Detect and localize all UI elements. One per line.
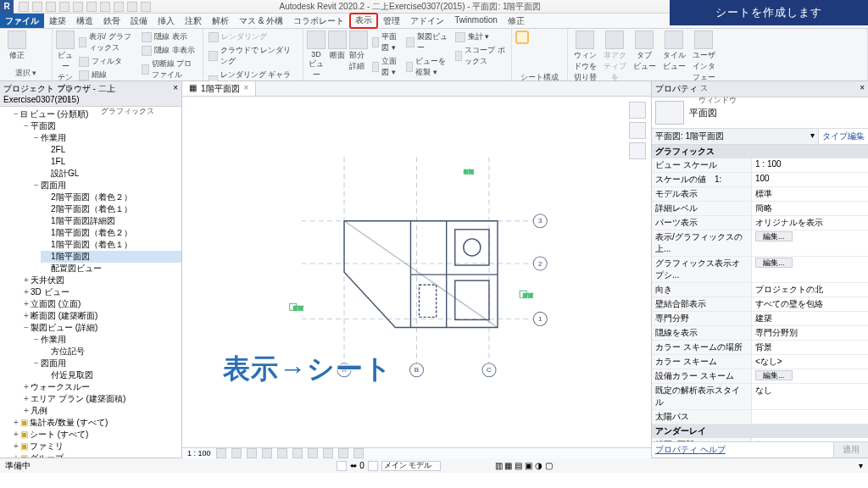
close-tab-icon[interactable]: ×: [244, 83, 249, 94]
thinlines-button[interactable]: 細線: [77, 69, 137, 81]
tab-2[interactable]: 鉄骨: [98, 14, 125, 28]
ribbon: 修正 選択 ▾ ビュー テンプレート 表示/ グラフィックス フィルタ 細線 隠…: [0, 29, 868, 81]
property-help-link[interactable]: プロパティ ヘルプ: [652, 442, 833, 458]
view-template-button[interactable]: ビュー テンプレート: [56, 30, 75, 105]
svg-rect-21: [455, 230, 489, 265]
tab-file[interactable]: ファイル: [0, 14, 44, 28]
tab-6[interactable]: 解析: [207, 14, 234, 28]
cut-profile-button[interactable]: 切断線 プロファイル: [140, 58, 199, 81]
tab-10[interactable]: 管理: [378, 14, 405, 28]
svg-text:1: 1: [538, 315, 542, 323]
tab-7[interactable]: マス & 外構: [234, 14, 288, 28]
instance-selector[interactable]: 平面図: 1階平面図 ▾: [652, 129, 819, 144]
scale-label[interactable]: 1 : 100: [187, 449, 211, 458]
type-name: 平面図: [689, 107, 717, 119]
properties-panel[interactable]: プロパティ× 平面図 平面図: 1階平面図 ▾ タイプ編集 グラフィックスビュー…: [651, 81, 868, 458]
tab-3[interactable]: 設備: [125, 14, 153, 28]
scope-box-button[interactable]: スコープ ボックス: [453, 44, 508, 68]
callout-button[interactable]: 部分詳細: [349, 30, 368, 72]
tile-view-button[interactable]: タイル ビュー: [660, 30, 687, 72]
annotation-overlay: 表示→シート: [223, 351, 392, 388]
cloud-render-button[interactable]: クラウドで レンダリング: [207, 44, 299, 68]
svg-text:3: 3: [538, 217, 542, 225]
view-tab-active[interactable]: ▦ 1階平面図 ×: [182, 81, 256, 96]
tab-12[interactable]: Twinmotion: [449, 14, 503, 28]
svg-point-23: [464, 239, 481, 256]
view-nav[interactable]: [629, 102, 648, 159]
vg-button[interactable]: 表示/ グラフィックス: [77, 30, 137, 54]
filter-button[interactable]: フィルタ: [77, 55, 137, 68]
tab-13[interactable]: 修正: [503, 14, 530, 28]
tab-8[interactable]: コラボレート: [288, 14, 349, 28]
svg-rect-24: [420, 285, 437, 317]
sheet-button[interactable]: [515, 30, 529, 44]
tab-9[interactable]: 表示: [349, 13, 378, 29]
tab-11[interactable]: アドイン: [405, 14, 449, 28]
svg-text:2: 2: [538, 260, 542, 268]
view-control-bar[interactable]: 1 : 100: [182, 447, 651, 458]
app-logo: R: [0, 0, 14, 14]
status-text: 準備中: [5, 460, 31, 472]
hide-hidden-button[interactable]: 隠線 非表示: [140, 44, 199, 57]
plan-icon: ▦: [189, 83, 197, 94]
elev-view-button[interactable]: 立面図 ▾: [370, 55, 402, 79]
tutorial-banner: シートを作成します: [670, 0, 868, 25]
quick-access-toolbar[interactable]: [14, 2, 156, 12]
tab-1[interactable]: 構造: [71, 14, 98, 28]
svg-text:B: B: [415, 366, 419, 374]
tab-0[interactable]: 建築: [44, 14, 71, 28]
tab-view-button[interactable]: タブ ビュー: [631, 30, 658, 72]
drafting-view-button[interactable]: 製図ビュー: [404, 30, 451, 54]
status-bar: 準備中 ⬌ 0 ▥ ▦ ▤ ▣ ◑ ▢ ▾: [0, 458, 868, 473]
modify-button[interactable]: 修正: [3, 30, 31, 61]
edit-type-button[interactable]: タイプ編集: [819, 129, 868, 144]
svg-rect-22: [455, 280, 489, 319]
render-button[interactable]: レンダリング: [207, 30, 299, 43]
sheet-icon-2[interactable]: [531, 30, 543, 42]
duplicate-view-button[interactable]: ビューを複製 ▾: [404, 55, 451, 79]
view-tabs[interactable]: ▦ 1階平面図 ×: [182, 81, 651, 97]
drawing-canvas[interactable]: ABC 321 断面断面断面: [182, 97, 651, 447]
tab-5[interactable]: 注釈: [180, 14, 207, 28]
floor-plan-drawing: ABC 321 断面断面断面: [182, 97, 651, 447]
3d-view-button[interactable]: 3D ビュー: [307, 30, 326, 80]
show-hidden-button[interactable]: 隠線 表示: [140, 30, 199, 43]
svg-text:C: C: [487, 366, 492, 374]
zoom-icon[interactable]: [629, 142, 646, 159]
schedule-button[interactable]: 集計 ▾: [453, 30, 508, 43]
navwheel-icon[interactable]: [629, 102, 646, 119]
section-button[interactable]: 断面: [328, 30, 347, 61]
cursor-icon: [8, 30, 26, 49]
svg-text:断面: 断面: [464, 169, 474, 175]
model-selector[interactable]: [381, 461, 441, 471]
window-title: Autodesk Revit 2020.2 - 二上Exercise0307(2…: [156, 1, 665, 13]
plan-view-button[interactable]: 平面図 ▾: [370, 30, 402, 54]
apply-button[interactable]: 適用: [833, 442, 868, 458]
tab-4[interactable]: 挿入: [153, 14, 180, 28]
home-icon[interactable]: [629, 122, 646, 139]
ui-button[interactable]: ユーザ インタフェース: [690, 30, 717, 94]
project-browser[interactable]: プロジェクト ブラウザ - 二上Exercise0307(2015)× −⊟ ビ…: [0, 81, 182, 458]
